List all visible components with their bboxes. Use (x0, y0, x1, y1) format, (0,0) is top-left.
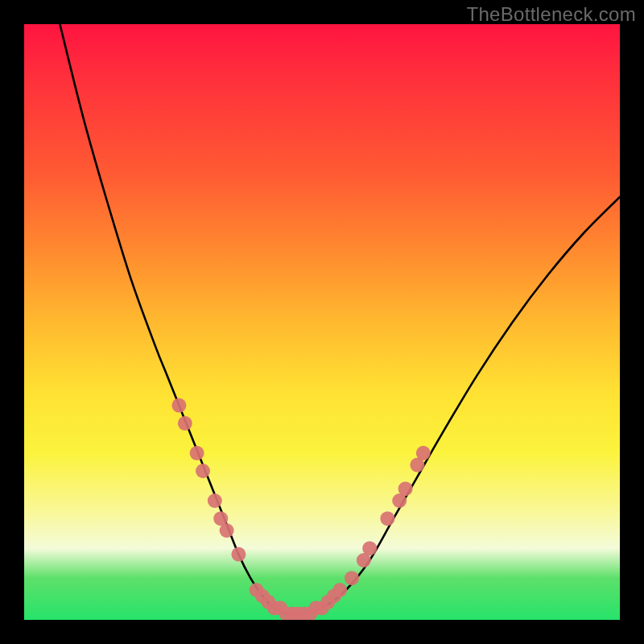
data-dot (362, 541, 377, 555)
data-dot (380, 511, 394, 526)
chart-stage: TheBottleneck.com (0, 0, 644, 644)
chart-plot-area (24, 24, 620, 620)
data-dot (196, 464, 210, 478)
data-dot (416, 446, 431, 460)
data-dot (208, 493, 222, 508)
chart-svg (24, 24, 620, 620)
data-dots-group (171, 398, 430, 620)
data-dot (220, 523, 234, 538)
data-dot (171, 398, 186, 413)
watermark-label: TheBottleneck.com (466, 3, 636, 26)
bottleneck-curve (60, 24, 620, 615)
data-dot (178, 416, 192, 431)
data-dot (231, 547, 246, 562)
data-dot (345, 571, 359, 585)
data-dot (398, 481, 413, 496)
data-dot (190, 446, 204, 460)
data-dot (332, 583, 347, 597)
